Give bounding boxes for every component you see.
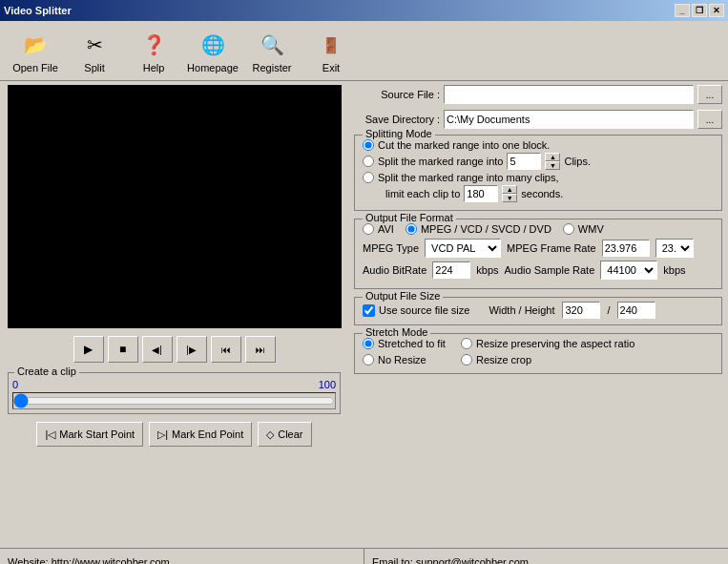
homepage-label: Homepage [187,62,239,73]
clips-spinner: ▲ ▼ [545,153,560,170]
avi-option: AVI [363,223,394,235]
output-format-radio-row: AVI MPEG / VCD / SVCD / DVD WMV [363,223,714,235]
source-file-input[interactable] [444,85,694,104]
stretch-4-radio[interactable] [461,354,472,366]
avi-radio[interactable] [363,223,374,235]
clear-button[interactable]: ◇ Clear [258,422,311,447]
clips-spin-down[interactable]: ▼ [545,161,560,170]
stretch-3-row: Resize preserving the aspect ratio [461,338,634,349]
register-button[interactable]: 🔍 Register [244,25,300,76]
seconds-input[interactable] [464,185,498,202]
status-email: Email to: support@witcobber.com [364,549,728,564]
split-button[interactable]: ✂ Split [67,25,122,76]
stretch-1-radio[interactable] [363,338,374,349]
mark-start-icon: |◁ [45,428,55,441]
save-directory-browse[interactable]: ... [697,110,722,129]
help-icon: ❓ [136,28,171,62]
split-mode-3-radio[interactable] [363,172,374,183]
minimize-button[interactable]: _ [675,4,690,17]
wmv-radio[interactable] [563,223,574,235]
open-file-button[interactable]: 📂 Open File [8,25,63,76]
stretch-mode-rows: Stretched to fit No Resize Resize preser… [363,338,714,367]
register-label: Register [253,62,292,73]
stop-icon: ■ [119,343,126,356]
width-input[interactable] [562,302,600,319]
output-format-title: Output File Format [363,212,456,223]
help-label: Help [143,62,165,73]
audio-bitrate-input[interactable] [432,261,470,279]
help-button[interactable]: ❓ Help [126,25,181,76]
skip-start-icon: ⏮ [221,345,231,355]
exit-label: Exit [322,62,340,73]
clear-icon: ◇ [266,428,274,441]
mark-start-button[interactable]: |◁ Mark Start Point [36,422,143,447]
clip-slider[interactable] [13,393,335,408]
audio-sample-rate-select[interactable]: 44100 48000 32000 [600,261,657,280]
close-button[interactable]: ✕ [709,4,724,17]
use-source-size-checkbox[interactable] [363,304,375,317]
split-mode-2-radio[interactable] [363,156,374,167]
wmv-label: WMV [578,223,604,235]
mark-end-button[interactable]: ▷| Mark End Point [149,422,252,447]
split-icon: ✂ [77,28,112,62]
homepage-button[interactable]: 🌐 Homepage [185,25,240,76]
stretch-3-radio[interactable] [461,338,472,349]
mpeg-label: MPEG / VCD / SVCD / DVD [421,223,551,235]
seconds-spin-up[interactable]: ▲ [502,185,517,194]
source-file-row: Source File : ... [354,85,722,104]
playback-controls: ▶ ■ ◀| |▶ ⏮ ⏭ [4,336,344,363]
splitting-mode-group: Splitting Mode Cut the marked range into… [354,135,722,211]
split-mode-2-row: Split the marked range into ▲ ▼ Clips. [363,153,714,170]
clips-spin-up[interactable]: ▲ [545,153,560,161]
output-size-group: Output File Size Use source file size Wi… [354,297,722,325]
title-bar: Video Splitter _ ❐ ✕ [0,0,728,21]
mark-end-icon: ▷| [157,428,168,441]
stop-button[interactable]: ■ [108,336,138,363]
skip-end-button[interactable]: ⏭ [245,336,276,363]
prev-frame-icon: ◀| [152,345,162,355]
restore-button[interactable]: ❐ [692,4,707,17]
play-icon: ▶ [84,343,93,356]
status-website: Website: http://www.witcobber.com [0,549,364,564]
mark-start-label: Mark Start Point [59,428,135,440]
clips-label: Clips. [564,156,591,167]
stretch-2-label: No Resize [378,354,426,366]
website-text: Website: http://www.witcobber.com [8,556,170,565]
save-directory-input[interactable] [444,110,694,129]
mpeg-type-label: MPEG Type [363,242,419,254]
output-format-group: Output File Format AVI MPEG / VCD / SVCD… [354,219,722,289]
mpeg-type-select[interactable]: VCD PAL VCD NTSC SVCD DVD [425,239,501,258]
register-icon: 🔍 [255,28,289,62]
clips-count-input[interactable] [507,153,541,170]
clip-range-min: 0 [12,379,18,390]
split-mode-1-radio[interactable] [363,139,374,151]
seconds-spin-down[interactable]: ▼ [502,194,517,202]
output-size-title: Output File Size [363,290,443,302]
mpeg-radio[interactable] [406,223,417,235]
height-input[interactable] [617,302,655,319]
split-label: Split [84,62,104,73]
use-source-size-label: Use source file size [379,304,469,316]
mpeg-option: MPEG / VCD / SVCD / DVD [406,223,551,235]
mpeg-frame-rate-input[interactable] [602,240,650,257]
left-panel: ▶ ■ ◀| |▶ ⏮ ⏭ Create a clip 0 [0,81,348,548]
source-file-browse[interactable]: ... [697,85,722,104]
stretch-3-label: Resize preserving the aspect ratio [476,338,634,349]
source-file-label: Source File : [354,89,440,100]
stretch-2-radio[interactable] [363,354,374,366]
audio-sample-rate-unit: kbps [663,264,685,276]
main-content: ▶ ■ ◀| |▶ ⏮ ⏭ Create a clip 0 [0,81,728,548]
split-mode-1-label: Cut the marked range into one block. [378,139,550,151]
clip-range-max: 100 [319,379,336,390]
audio-sample-rate-label: Audio Sample Rate [505,264,595,276]
mpeg-frame-rate-select[interactable]: 23.976 25 29.97 [655,239,694,258]
prev-frame-button[interactable]: ◀| [142,336,173,363]
stretch-col-right: Resize preserving the aspect ratio Resiz… [461,338,634,367]
exit-button[interactable]: 🚪 Exit [303,25,359,76]
skip-start-button[interactable]: ⏮ [211,336,241,363]
stretch-1-label: Stretched to fit [378,338,446,349]
play-button[interactable]: ▶ [73,336,104,363]
stretch-1-row: Stretched to fit [363,338,446,349]
next-frame-button[interactable]: |▶ [177,336,207,363]
right-panel: Source File : ... Save Directory : ... S… [348,81,728,548]
